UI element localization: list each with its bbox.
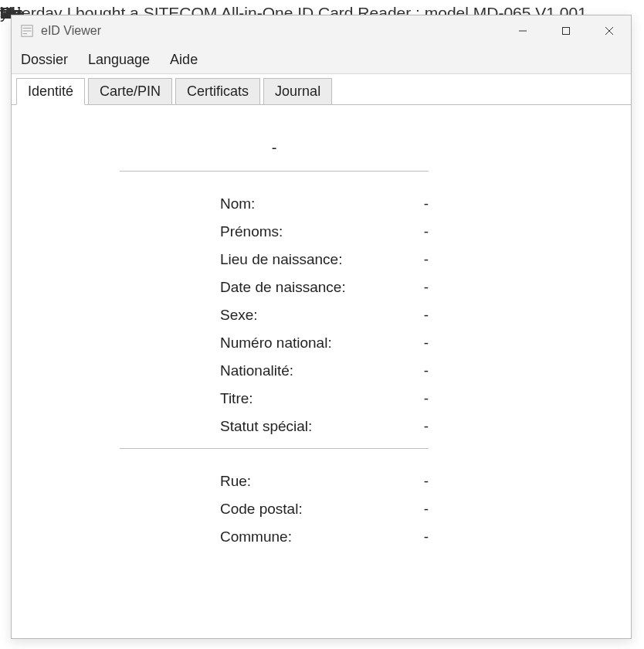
- field-prenoms: Prénoms:-: [120, 218, 429, 246]
- label-rue: Rue:: [120, 473, 405, 490]
- value-commune: -: [405, 528, 429, 545]
- tab-journal[interactable]: Journal: [263, 78, 332, 105]
- menubar: Dossier Language Aide: [12, 46, 631, 74]
- value-date-naissance: -: [405, 279, 429, 296]
- field-statut-special: Statut spécial:-: [120, 413, 429, 440]
- field-nationalite: Nationalité:-: [120, 357, 429, 385]
- label-prenoms: Prénoms:: [120, 223, 405, 240]
- close-button[interactable]: [588, 15, 631, 46]
- titlebar[interactable]: eID Viewer: [12, 15, 631, 46]
- window-title: eID Viewer: [41, 24, 101, 38]
- value-code-postal: -: [405, 501, 429, 518]
- value-lieu-naissance: -: [405, 251, 429, 268]
- value-sexe: -: [405, 307, 429, 324]
- label-lieu-naissance: Lieu de naissance:: [120, 251, 405, 268]
- label-sexe: Sexe:: [120, 307, 405, 324]
- identity-fields: Nom:- Prénoms:- Lieu de naissance:- Date…: [120, 172, 429, 448]
- value-prenoms: -: [405, 223, 429, 240]
- tab-identite[interactable]: Identité: [16, 78, 85, 105]
- label-nationalite: Nationalité:: [120, 362, 405, 379]
- value-titre: -: [405, 390, 429, 407]
- tab-bar: Identité Carte/PIN Certificats Journal: [12, 74, 631, 105]
- field-code-postal: Code postal:-: [120, 495, 429, 523]
- value-statut-special: -: [405, 418, 429, 435]
- menu-language[interactable]: Language: [88, 52, 150, 68]
- field-commune: Commune:-: [120, 523, 429, 551]
- value-numero-national: -: [405, 335, 429, 352]
- label-commune: Commune:: [120, 528, 405, 545]
- label-code-postal: Code postal:: [120, 501, 405, 518]
- field-nom: Nom:-: [120, 190, 429, 218]
- minimize-button[interactable]: [501, 15, 544, 46]
- value-nom: -: [405, 195, 429, 212]
- tab-certificats[interactable]: Certificats: [175, 78, 260, 105]
- field-titre: Titre:-: [120, 385, 429, 413]
- label-numero-national: Numéro national:: [120, 335, 405, 352]
- address-fields: Rue:- Code postal:- Commune:-: [120, 449, 429, 569]
- field-date-naissance: Date de naissance:-: [120, 274, 429, 301]
- field-numero-national: Numéro national:-: [120, 329, 429, 357]
- tab-content-identite: - Nom:- Prénoms:- Lieu de naissance:- Da…: [12, 105, 631, 638]
- label-statut-special: Statut spécial:: [120, 418, 405, 435]
- field-sexe: Sexe:-: [120, 301, 429, 329]
- menu-dossier[interactable]: Dossier: [21, 52, 68, 68]
- value-rue: -: [405, 473, 429, 490]
- identity-header-value: -: [120, 128, 429, 171]
- value-nationalite: -: [405, 362, 429, 379]
- field-lieu-naissance: Lieu de naissance:-: [120, 246, 429, 274]
- app-window: eID Viewer Dossier Language Aide Identit…: [11, 15, 632, 639]
- app-icon: [19, 23, 35, 39]
- label-date-naissance: Date de naissance:: [120, 279, 405, 296]
- tab-carte-pin[interactable]: Carte/PIN: [88, 78, 172, 105]
- label-nom: Nom:: [120, 195, 405, 212]
- field-rue: Rue:-: [120, 467, 429, 495]
- label-titre: Titre:: [120, 390, 405, 407]
- svg-rect-2: [563, 28, 570, 35]
- menu-aide[interactable]: Aide: [170, 52, 198, 68]
- maximize-button[interactable]: [544, 15, 588, 46]
